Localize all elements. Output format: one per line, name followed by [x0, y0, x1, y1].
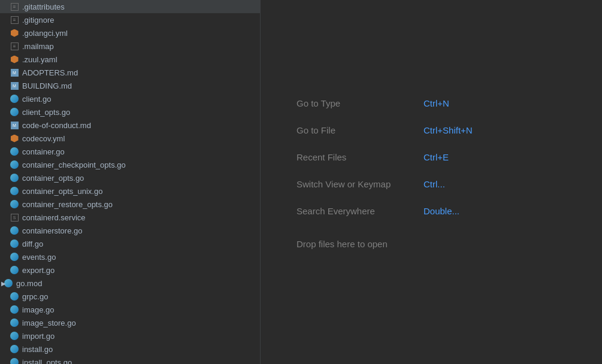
shortcut-recent-files: Recent Files Ctrl+E [297, 152, 566, 162]
file-name-label: .golangci.yml [22, 29, 68, 38]
file-item[interactable]: container_opts_unix.go [0, 184, 260, 198]
shortcut-key-go-to-file: Ctrl+Shift+N [423, 125, 473, 135]
file-name-label: .mailmap [22, 42, 54, 51]
file-item[interactable]: .golangci.yml [0, 26, 260, 40]
file-type-icon [10, 28, 19, 38]
file-item[interactable]: diff.go [0, 237, 260, 250]
file-name-label: BUILDING.md [22, 81, 72, 90]
file-item[interactable]: S containerd.service [0, 211, 260, 224]
shortcut-label-go-to-type: Go to Type [297, 98, 416, 108]
file-item[interactable]: events.go [0, 250, 260, 263]
file-name-label: .gitattributes [22, 2, 65, 11]
file-name-label: .zuul.yaml [22, 55, 58, 64]
file-name-label: container_opts.go [22, 174, 84, 183]
file-type-icon [10, 134, 19, 143]
file-type-icon [10, 292, 19, 301]
file-item[interactable]: client_opts.go [0, 105, 260, 119]
file-type-icon: M [10, 120, 19, 130]
file-name-label: container.go [22, 147, 65, 156]
file-item[interactable]: container_checkpoint_opts.go [0, 158, 260, 171]
file-name-label: diff.go [22, 239, 43, 248]
shortcut-label-search-everywhere: Search Everywhere [297, 206, 416, 216]
file-item[interactable]: containerstore.go [0, 224, 260, 237]
file-name-label: client.go [22, 95, 51, 104]
file-item[interactable]: import.go [0, 329, 260, 342]
file-tree-panel[interactable]: ≡ .gitattributes ≡ .gitignore .golangci.… [0, 0, 261, 364]
shortcut-label-switch-view: Switch View or Keymap [297, 179, 416, 189]
file-type-icon [10, 226, 19, 235]
file-name-label: events.go [22, 253, 56, 262]
file-name-label: ADOPTERS.md [22, 68, 78, 77]
drop-files-message: Drop files here to open [297, 233, 566, 249]
file-type-icon [10, 186, 19, 196]
shortcut-key-go-to-type: Ctrl+N [423, 98, 449, 108]
file-type-icon [10, 305, 19, 314]
shortcut-key-switch-view: Ctrl... [423, 179, 445, 189]
file-type-icon [10, 331, 19, 341]
file-name-label: containerd.service [22, 213, 86, 222]
file-type-icon: ≡ [10, 15, 19, 25]
file-type-icon: M [10, 68, 19, 77]
file-type-icon [10, 147, 19, 156]
file-item[interactable]: container_opts.go [0, 171, 260, 184]
file-name-label: import.go [22, 332, 55, 341]
file-item[interactable]: M BUILDING.md [0, 79, 260, 92]
file-name-label: export.go [22, 266, 55, 275]
file-type-icon [10, 357, 19, 364]
file-name-label: code-of-conduct.md [22, 121, 91, 130]
file-item[interactable]: grpc.go [0, 290, 260, 303]
expand-arrow-icon: ▶ [1, 281, 6, 286]
file-type-icon [10, 94, 19, 104]
file-type-icon [10, 239, 19, 248]
file-item[interactable]: image_store.go [0, 316, 260, 329]
shortcut-label-recent-files: Recent Files [297, 152, 416, 162]
file-name-label: install_opts.go [22, 358, 72, 365]
file-type-icon [10, 199, 19, 209]
file-item[interactable]: ≡ .mailmap [0, 40, 260, 53]
file-item[interactable]: container_restore_opts.go [0, 198, 260, 211]
file-item[interactable]: M code-of-conduct.md [0, 119, 260, 132]
file-name-label: install.go [22, 345, 53, 354]
file-item[interactable]: M ADOPTERS.md [0, 66, 260, 79]
shortcut-go-to-type: Go to Type Ctrl+N [297, 98, 566, 108]
file-type-icon [10, 252, 19, 262]
shortcut-key-recent-files: Ctrl+E [423, 152, 449, 162]
shortcut-switch-view: Switch View or Keymap Ctrl... [297, 179, 566, 189]
file-item[interactable]: client.go [0, 92, 260, 105]
file-name-label: go.mod [16, 279, 42, 288]
file-name-label: containerstore.go [22, 226, 82, 235]
file-item[interactable]: ▶ go.mod [0, 277, 260, 290]
file-type-icon [10, 160, 19, 169]
shortcut-go-to-file: Go to File Ctrl+Shift+N [297, 125, 566, 135]
file-type-icon [10, 318, 19, 327]
file-name-label: codecov.yml [22, 134, 65, 143]
file-name-label: client_opts.go [22, 108, 70, 117]
file-item[interactable]: ≡ .gitignore [0, 13, 260, 26]
file-name-label: container_opts_unix.go [22, 187, 102, 196]
file-item[interactable]: install.go [0, 342, 260, 356]
file-item[interactable]: codecov.yml [0, 132, 260, 145]
file-type-icon [10, 344, 19, 354]
file-type-icon [10, 173, 19, 183]
file-name-label: container_restore_opts.go [22, 200, 113, 209]
file-type-icon: ≡ [10, 41, 19, 51]
drop-files-text: Drop files here to open [297, 239, 388, 249]
file-type-icon: ≡ [10, 2, 19, 11]
file-name-label: .gitignore [22, 16, 54, 25]
file-type-icon [10, 54, 19, 64]
shortcut-label-go-to-file: Go to File [297, 125, 416, 135]
file-type-icon: S [10, 213, 19, 222]
file-item[interactable]: ≡ .gitattributes [0, 0, 260, 13]
file-name-label: image.go [22, 305, 54, 314]
file-item[interactable]: .zuul.yaml [0, 53, 260, 66]
shortcuts-panel: Go to Type Ctrl+N Go to File Ctrl+Shift+… [261, 0, 602, 364]
shortcut-key-search-everywhere: Double... [423, 206, 459, 216]
file-type-icon [10, 265, 19, 275]
file-name-label: image_store.go [22, 318, 76, 327]
file-item[interactable]: install_opts.go [0, 356, 260, 364]
file-item[interactable]: container.go [0, 145, 260, 158]
file-item[interactable]: image.go [0, 303, 260, 316]
file-type-icon [10, 107, 19, 117]
file-item[interactable]: export.go [0, 263, 260, 277]
shortcut-search-everywhere: Search Everywhere Double... [297, 206, 566, 216]
